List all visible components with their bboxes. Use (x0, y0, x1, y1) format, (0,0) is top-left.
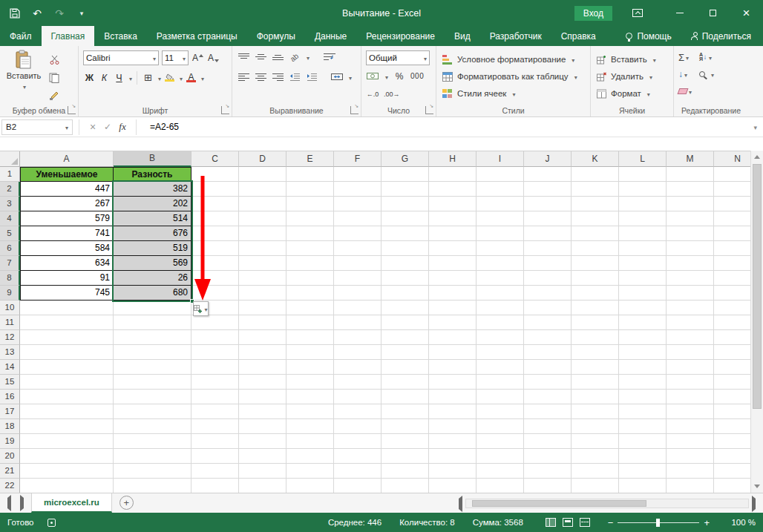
fill-color-icon[interactable] (163, 70, 176, 85)
row-header-6[interactable]: 6 (0, 241, 20, 256)
cell-c14[interactable] (191, 360, 239, 375)
cell-m19[interactable] (667, 434, 714, 449)
vertical-scroll-thumb[interactable] (753, 164, 762, 409)
cell-j15[interactable] (524, 375, 572, 390)
cell-d16[interactable] (239, 390, 286, 404)
ribbon-tab-data[interactable]: Данные (305, 26, 356, 46)
cell-d11[interactable] (239, 315, 286, 330)
fill-button[interactable] (678, 68, 692, 81)
format-as-table-button[interactable]: Форматировать как таблицу (442, 69, 577, 84)
paste-dropdown-icon[interactable] (22, 82, 26, 91)
number-dialog-launcher-icon[interactable] (425, 106, 433, 114)
cell-a6[interactable]: 584 (20, 241, 114, 256)
vertical-scrollbar[interactable] (750, 151, 763, 493)
zoom-slider[interactable] (618, 518, 699, 527)
cell-f21[interactable] (334, 464, 382, 479)
sheet-tab-active[interactable]: microexcel.ru (31, 493, 112, 513)
cell-a21[interactable] (20, 464, 114, 479)
cell-i20[interactable] (477, 449, 524, 464)
cell-g18[interactable] (382, 419, 429, 434)
cell-l17[interactable] (619, 404, 667, 419)
cell-f6[interactable] (334, 241, 382, 256)
cell-k15[interactable] (572, 375, 619, 390)
align-middle-icon[interactable] (254, 50, 267, 63)
cell-n17[interactable] (714, 404, 750, 419)
cell-m14[interactable] (667, 360, 714, 375)
cell-j17[interactable] (524, 404, 572, 419)
maximize-button[interactable] (696, 0, 730, 26)
cell-n21[interactable] (714, 464, 750, 479)
cell-c15[interactable] (191, 375, 239, 390)
cell-f3[interactable] (334, 197, 382, 211)
cell-g8[interactable] (382, 271, 429, 286)
cell-h21[interactable] (429, 464, 477, 479)
cell-d7[interactable] (239, 256, 286, 271)
row-header-20[interactable]: 20 (0, 449, 20, 464)
cell-k4[interactable] (572, 211, 619, 226)
cell-a5[interactable]: 741 (20, 226, 114, 241)
sort-filter-button[interactable] (699, 50, 714, 64)
cell-b2[interactable]: 382 (114, 182, 191, 197)
cell-l18[interactable] (619, 419, 667, 434)
cell-i9[interactable] (477, 286, 524, 301)
cell-j10[interactable] (524, 301, 572, 315)
cell-m11[interactable] (667, 315, 714, 330)
cell-n15[interactable] (714, 375, 750, 390)
cell-m16[interactable] (667, 390, 714, 404)
font-color-icon[interactable]: А (185, 70, 197, 85)
cell-h11[interactable] (429, 315, 477, 330)
horizontal-scroll-thumb[interactable] (472, 500, 646, 507)
cell-c3[interactable] (191, 197, 239, 211)
cell-n18[interactable] (714, 419, 750, 434)
align-left-icon[interactable] (237, 70, 250, 83)
cell-f13[interactable] (334, 345, 382, 360)
cell-l7[interactable] (619, 256, 667, 271)
cell-l9[interactable] (619, 286, 667, 301)
cell-b21[interactable] (114, 464, 191, 479)
cell-n7[interactable] (714, 256, 750, 271)
cell-j9[interactable] (524, 286, 572, 301)
italic-button[interactable]: К (98, 70, 111, 85)
cell-k13[interactable] (572, 345, 619, 360)
cell-a12[interactable] (20, 330, 114, 345)
cell-k8[interactable] (572, 271, 619, 286)
cell-e10[interactable] (286, 301, 334, 315)
cell-c9[interactable] (191, 286, 239, 301)
cell-n12[interactable] (714, 330, 750, 345)
cell-h4[interactable] (429, 211, 477, 226)
cell-k9[interactable] (572, 286, 619, 301)
cell-m8[interactable] (667, 271, 714, 286)
increase-decimal-icon[interactable] (366, 87, 379, 99)
row-header-12[interactable]: 12 (0, 330, 20, 345)
cell-j18[interactable] (524, 419, 572, 434)
cell-k11[interactable] (572, 315, 619, 330)
cell-e22[interactable] (286, 479, 334, 493)
cell-l4[interactable] (619, 211, 667, 226)
cell-i18[interactable] (477, 419, 524, 434)
cell-m9[interactable] (667, 286, 714, 301)
cell-d12[interactable] (239, 330, 286, 345)
row-header-1[interactable]: 1 (0, 167, 20, 182)
cell-i10[interactable] (477, 301, 524, 315)
cell-f20[interactable] (334, 449, 382, 464)
column-header-c[interactable]: C (191, 151, 239, 167)
cell-a10[interactable] (20, 301, 114, 315)
cell-e7[interactable] (286, 256, 334, 271)
cell-f17[interactable] (334, 404, 382, 419)
cell-g11[interactable] (382, 315, 429, 330)
cell-n19[interactable] (714, 434, 750, 449)
cell-e14[interactable] (286, 360, 334, 375)
cell-g19[interactable] (382, 434, 429, 449)
page-break-view-icon[interactable] (580, 518, 590, 527)
cell-k20[interactable] (572, 449, 619, 464)
cell-n22[interactable] (714, 479, 750, 493)
cell-m17[interactable] (667, 404, 714, 419)
cell-e2[interactable] (286, 182, 334, 197)
font-color-dropdown-icon[interactable] (200, 73, 204, 83)
cell-f14[interactable] (334, 360, 382, 375)
clear-button[interactable] (678, 85, 692, 98)
accounting-format-icon[interactable] (366, 70, 379, 82)
cell-l15[interactable] (619, 375, 667, 390)
ribbon-tab-insert[interactable]: Вставка (94, 26, 147, 46)
cell-a14[interactable] (20, 360, 114, 375)
